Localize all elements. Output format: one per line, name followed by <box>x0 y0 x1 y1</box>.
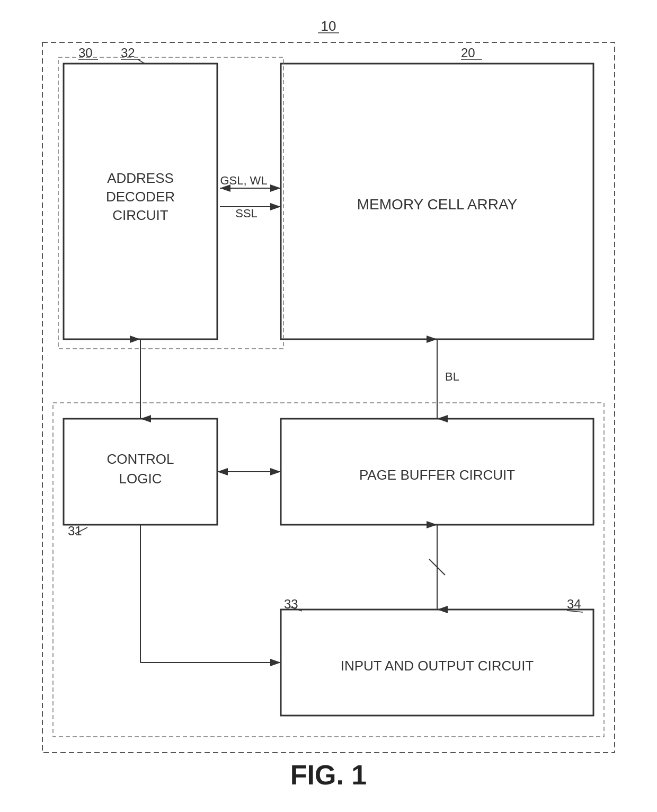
memory-cell-array-label: MEMORY CELL ARRAY <box>357 196 518 213</box>
gsl-wl-label: GSL, WL <box>220 174 267 187</box>
ref-34: 34 <box>567 597 581 611</box>
ref-30: 30 <box>78 46 93 60</box>
control-logic-label1: CONTROL <box>106 451 174 467</box>
address-decoder-label2: DECODER <box>106 189 175 205</box>
diagram-container: 10 20 MEMORY CELL ARRAY 30 32 ADDRESS DE… <box>0 0 657 812</box>
address-decoder-label1: ADDRESS <box>107 170 174 186</box>
ref-31: 31 <box>68 524 82 538</box>
page-buffer-label: PAGE BUFFER CIRCUIT <box>359 467 515 483</box>
address-decoder-label3: CIRCUIT <box>112 207 168 223</box>
bl-label: BL <box>445 370 459 383</box>
ssl-label: SSL <box>235 207 258 220</box>
io-circuit-label: INPUT AND OUTPUT CIRCUIT <box>341 658 534 674</box>
ref-20: 20 <box>461 46 475 60</box>
figure-label: FIG. 1 <box>290 760 367 790</box>
diagram-title: 10 <box>321 18 336 34</box>
control-logic-label2: LOGIC <box>119 471 162 487</box>
ref-32: 32 <box>121 46 135 60</box>
